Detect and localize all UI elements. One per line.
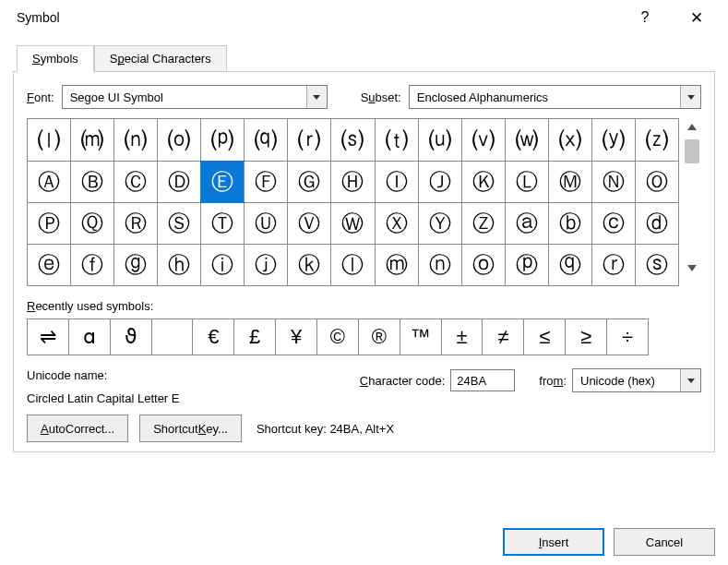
symbol-cell[interactable]: Ⓠ: [71, 203, 114, 244]
font-combo[interactable]: Segoe UI Symbol: [62, 85, 328, 109]
chevron-down-icon[interactable]: [680, 86, 700, 108]
symbol-cell[interactable]: ⓟ: [506, 245, 549, 285]
symbol-cell[interactable]: Ⓕ: [245, 162, 288, 202]
scroll-up-icon[interactable]: [687, 124, 697, 130]
recent-symbol-cell[interactable]: [152, 319, 194, 355]
symbol-cell[interactable]: ⓢ: [636, 245, 678, 285]
recent-symbol-cell[interactable]: ≥: [566, 319, 607, 355]
recent-symbol-cell[interactable]: ©: [317, 319, 359, 355]
help-button[interactable]: ?: [625, 3, 665, 32]
symbol-cell[interactable]: ⓐ: [506, 203, 549, 244]
recent-symbol-cell[interactable]: ®: [359, 319, 400, 355]
symbol-cell[interactable]: ⒧: [28, 119, 71, 161]
symbol-cell[interactable]: Ⓛ: [506, 162, 549, 202]
recent-symbol-cell[interactable]: ϑ: [111, 319, 152, 355]
recent-symbol-cell[interactable]: ≠: [483, 319, 524, 355]
symbol-cell[interactable]: ⓖ: [114, 245, 158, 285]
symbol-cell[interactable]: Ⓨ: [419, 203, 462, 244]
symbol-cell[interactable]: Ⓥ: [288, 203, 331, 244]
symbol-cell[interactable]: Ⓚ: [462, 162, 506, 202]
symbol-cell[interactable]: ⒲: [506, 119, 549, 161]
symbol-cell[interactable]: ⒬: [245, 119, 288, 161]
symbol-cell[interactable]: ⓡ: [592, 245, 636, 285]
symbol-cell[interactable]: Ⓟ: [28, 203, 71, 244]
symbol-cell[interactable]: ⓛ: [331, 245, 375, 285]
recent-symbol-cell[interactable]: £: [234, 319, 276, 355]
symbol-cell[interactable]: Ⓩ: [462, 203, 506, 244]
symbol-cell[interactable]: Ⓔ: [201, 162, 245, 202]
cancel-button[interactable]: Cancel: [614, 528, 715, 556]
insert-button[interactable]: Insert: [503, 528, 604, 556]
autocorrect-button[interactable]: AutoCorrect...: [27, 415, 128, 442]
symbol-cell[interactable]: ⒩: [114, 119, 158, 161]
chevron-down-icon[interactable]: [306, 86, 327, 108]
recent-symbol-cell[interactable]: ™: [400, 319, 442, 355]
symbol-cell[interactable]: Ⓐ: [28, 162, 71, 202]
symbol-cell[interactable]: Ⓤ: [245, 203, 288, 244]
scroll-down-icon[interactable]: [687, 265, 697, 271]
symbol-cell[interactable]: Ⓓ: [158, 162, 201, 202]
from-combo-value: Unicode (hex): [573, 374, 680, 388]
symbol-cell[interactable]: ⓞ: [462, 245, 506, 285]
symbol-cell[interactable]: ⓘ: [201, 245, 245, 285]
symbol-cell[interactable]: Ⓡ: [114, 203, 158, 244]
symbol-cell[interactable]: ⓙ: [245, 245, 288, 285]
recent-symbol-cell[interactable]: ±: [442, 319, 483, 355]
shortcut-key-button[interactable]: Shortcut Key...: [139, 415, 242, 442]
symbol-cell[interactable]: ⓜ: [376, 245, 419, 285]
symbol-cell[interactable]: ⒭: [288, 119, 331, 161]
subset-label: Subset:: [361, 90, 401, 104]
recent-symbol-cell[interactable]: ⇌: [28, 319, 69, 355]
symbol-cell[interactable]: Ⓑ: [71, 162, 114, 202]
recent-symbol-cell[interactable]: ÷: [607, 319, 648, 355]
symbol-cell[interactable]: ⒮: [331, 119, 375, 161]
symbol-cell[interactable]: ⒳: [549, 119, 592, 161]
symbol-cell[interactable]: ⒴: [592, 119, 636, 161]
tab-symbols[interactable]: Symbols: [17, 45, 94, 72]
symbol-cell[interactable]: ⓝ: [419, 245, 462, 285]
symbol-cell[interactable]: Ⓧ: [376, 203, 419, 244]
symbol-cell[interactable]: Ⓣ: [201, 203, 245, 244]
symbol-cell[interactable]: ⓒ: [592, 203, 636, 244]
chevron-down-icon[interactable]: [680, 369, 700, 391]
symbol-cell[interactable]: ⓠ: [549, 245, 592, 285]
symbol-cell[interactable]: Ⓒ: [114, 162, 158, 202]
recent-symbol-cell[interactable]: ≤: [524, 319, 566, 355]
tab-special-characters[interactable]: Special Characters: [94, 45, 227, 72]
symbol-cell[interactable]: Ⓗ: [331, 162, 375, 202]
scrollbar[interactable]: [683, 118, 701, 286]
symbol-cell[interactable]: Ⓦ: [331, 203, 375, 244]
title-bar: Symbol ? ✕: [0, 0, 728, 35]
symbol-cell[interactable]: Ⓘ: [376, 162, 419, 202]
symbol-cell[interactable]: Ⓝ: [592, 162, 636, 202]
symbol-cell[interactable]: ⓔ: [28, 245, 71, 285]
symbol-cell[interactable]: ⒵: [636, 119, 678, 161]
from-combo[interactable]: Unicode (hex): [572, 368, 701, 392]
symbol-cell[interactable]: Ⓙ: [419, 162, 462, 202]
char-code-input[interactable]: [450, 369, 515, 391]
symbol-cell[interactable]: ⒨: [71, 119, 114, 161]
symbol-cell[interactable]: Ⓞ: [636, 162, 678, 202]
recent-symbol-cell[interactable]: €: [193, 319, 234, 355]
symbol-cell[interactable]: ⒰: [419, 119, 462, 161]
symbol-cell[interactable]: ⒫: [201, 119, 245, 161]
symbol-cell[interactable]: Ⓢ: [158, 203, 201, 244]
subset-combo[interactable]: Enclosed Alphanumerics: [409, 85, 701, 109]
close-button[interactable]: ✕: [676, 3, 717, 32]
symbol-cell[interactable]: ⒱: [462, 119, 506, 161]
symbol-grid[interactable]: ⒧⒨⒩⒪⒫⒬⒭⒮⒯⒰⒱⒲⒳⒴⒵ⒶⒷⒸⒹⒺⒻⒼⒽⒾⒿⓀⓁⓂⓃⓄⓅⓆⓇⓈⓉⓊⓋⓌⓍⓎ…: [27, 118, 679, 286]
symbol-cell[interactable]: ⒪: [158, 119, 201, 161]
symbol-cell[interactable]: ⓑ: [549, 203, 592, 244]
symbol-cell[interactable]: Ⓜ: [549, 162, 592, 202]
symbol-cell[interactable]: Ⓖ: [288, 162, 331, 202]
unicode-name-label: Unicode name:: [27, 368, 332, 382]
symbol-cell[interactable]: ⒯: [376, 119, 419, 161]
symbol-cell[interactable]: ⓓ: [636, 203, 678, 244]
scroll-thumb[interactable]: [685, 139, 699, 163]
symbol-cell[interactable]: ⓗ: [158, 245, 201, 285]
symbol-cell[interactable]: ⓕ: [71, 245, 114, 285]
recent-symbols-grid[interactable]: ⇌ɑϑ €£¥©®™±≠≤≥÷: [27, 319, 649, 355]
recent-symbol-cell[interactable]: ɑ: [69, 319, 111, 355]
recent-symbol-cell[interactable]: ¥: [276, 319, 317, 355]
symbol-cell[interactable]: ⓚ: [288, 245, 331, 285]
